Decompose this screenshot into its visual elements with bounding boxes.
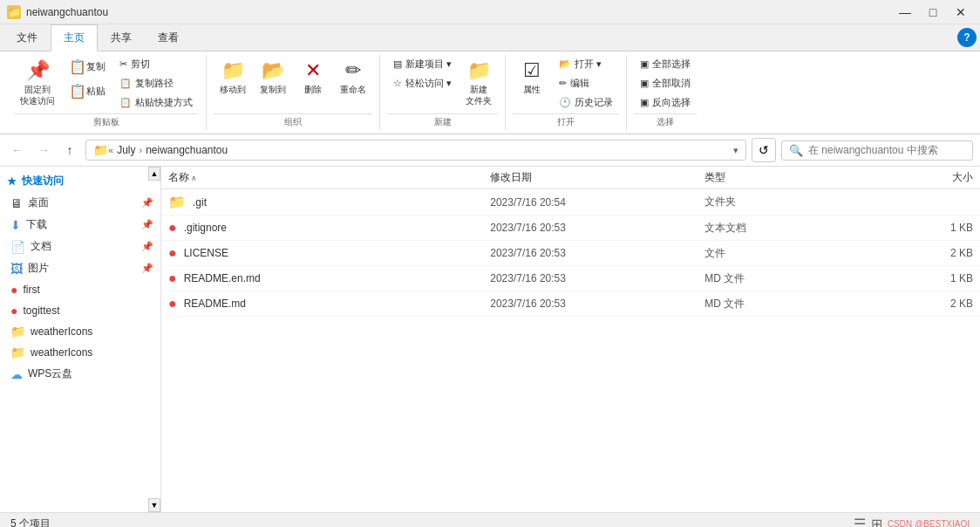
copy-to-button[interactable]: 📂 复制到 xyxy=(254,55,292,100)
delete-button[interactable]: ✕ 删除 xyxy=(294,55,332,100)
invert-selection-button[interactable]: ▣ 反向选择 xyxy=(634,93,697,112)
file-name-4: ● README.md xyxy=(168,296,490,311)
header-date[interactable]: 修改日期 xyxy=(490,170,704,185)
breadcrumb-double-arrow: « xyxy=(108,145,113,155)
header-name[interactable]: 名称 ∧ xyxy=(168,170,490,185)
sidebar-item-first[interactable]: ● first xyxy=(0,279,160,300)
cloud-icon: ☁ xyxy=(10,367,23,381)
properties-button[interactable]: ☑ 属性 xyxy=(513,55,551,100)
pictures-icon: 🖼 xyxy=(10,262,23,276)
file-date-0: 2023/7/16 20:54 xyxy=(490,196,704,209)
cut-button[interactable]: ✂ 剪切 xyxy=(113,55,199,73)
file-list: 名称 ∧ 修改日期 类型 大小 📁 .git 2023/7/16 20:54 文… xyxy=(161,167,980,512)
table-row[interactable]: ● README.md 2023/7/16 20:53 MD 文件 2 KB xyxy=(161,291,980,317)
sidebar-item-togittest[interactable]: ● togittest xyxy=(0,300,160,321)
forward-button[interactable]: → xyxy=(33,140,54,161)
tab-view[interactable]: 查看 xyxy=(145,24,192,51)
weathericons1-label: weatherIcons xyxy=(31,325,92,338)
new-items-col: ▤ 新建项目 ▾ ☆ 轻松访问 ▾ xyxy=(387,55,458,92)
select-all-button[interactable]: ▣ 全部选择 xyxy=(634,55,697,73)
invert-selection-label: 反向选择 xyxy=(652,96,691,109)
copy-button[interactable]: 📋 复制 xyxy=(63,55,112,79)
refresh-button[interactable]: ↺ xyxy=(752,138,776,162)
pictures-label: 图片 xyxy=(28,261,49,276)
sidebar-item-weathericons1[interactable]: 📁 weatherIcons xyxy=(0,321,160,342)
new-folder-button[interactable]: 📁 新建文件夹 xyxy=(459,55,498,111)
organize-group: 📁 移动到 📂 复制到 ✕ 删除 ✏ 重命名 组织 xyxy=(207,55,380,130)
search-input[interactable] xyxy=(808,144,965,156)
view-grid-button[interactable]: ⊞ xyxy=(871,516,882,527)
open-content: ☑ 属性 📂 打开 ▾ ✏ 编辑 🕐 历史记录 xyxy=(513,55,619,112)
tab-share[interactable]: 共享 xyxy=(98,24,145,51)
desktop-icon: 🖥 xyxy=(10,196,23,210)
breadcrumb-current[interactable]: neiwangchuantou xyxy=(146,144,228,156)
file-type-1: 文本文档 xyxy=(704,221,866,236)
copy-path-button[interactable]: 📋 复制路径 xyxy=(113,74,199,92)
cut-label: 剪切 xyxy=(131,58,150,71)
sidebar-scroll-down[interactable]: ▼ xyxy=(148,498,160,512)
sidebar-quickaccess-header[interactable]: ★ 快速访问 xyxy=(0,170,160,192)
breadcrumb-july[interactable]: July xyxy=(117,144,135,156)
new-group: ▤ 新建项目 ▾ ☆ 轻松访问 ▾ 📁 新建文件夹 新建 xyxy=(380,55,506,130)
open-button[interactable]: 📂 打开 ▾ xyxy=(553,55,619,73)
sidebar-item-desktop[interactable]: 🖥 桌面 📌 xyxy=(0,192,160,214)
up-button[interactable]: ↑ xyxy=(59,140,80,161)
deselect-all-button[interactable]: ▣ 全部取消 xyxy=(634,74,697,92)
sidebar-item-documents[interactable]: 📄 文档 📌 xyxy=(0,236,160,257)
edit-button[interactable]: ✏ 编辑 xyxy=(553,74,619,92)
file-type-3: MD 文件 xyxy=(704,271,866,286)
sidebar-item-downloads[interactable]: ⬇ 下载 📌 xyxy=(0,214,160,236)
copy-path-label: 复制路径 xyxy=(135,77,174,90)
sidebar-item-pictures[interactable]: 🖼 图片 📌 xyxy=(0,257,160,279)
back-button[interactable]: ← xyxy=(7,140,28,161)
first-label: first xyxy=(23,284,39,296)
table-row[interactable]: 📁 .git 2023/7/16 20:54 文件夹 xyxy=(161,189,980,216)
history-label: 历史记录 xyxy=(575,96,613,109)
search-bar[interactable]: 🔍 xyxy=(781,140,973,161)
maximize-button[interactable]: □ xyxy=(921,2,945,23)
close-button[interactable]: ✕ xyxy=(949,2,973,23)
move-to-button[interactable]: 📁 移动到 xyxy=(214,55,252,100)
paste-shortcut-button[interactable]: 📋 粘贴快捷方式 xyxy=(113,93,199,112)
history-button[interactable]: 🕐 历史记录 xyxy=(553,93,619,112)
rename-icon: ✏ xyxy=(345,59,361,82)
ribbon-tab-bar: 文件 主页 共享 查看 ? xyxy=(0,24,980,51)
table-row[interactable]: ● README.en.md 2023/7/16 20:53 MD 文件 1 K… xyxy=(161,266,980,291)
address-bar[interactable]: 📁 « July › neiwangchuantou ▾ xyxy=(85,140,746,161)
status-right: ☰ ⊞ CSDN @BESTXIAOI xyxy=(854,516,970,527)
easy-access-button[interactable]: ☆ 轻松访问 ▾ xyxy=(387,74,458,92)
copy-path-icon: 📋 xyxy=(119,78,132,89)
git-file-icon-4: ● xyxy=(168,296,177,311)
select-content: ▣ 全部选择 ▣ 全部取消 ▣ 反向选择 xyxy=(634,55,697,112)
clipboard-col: 📋 复制 📋 粘贴 xyxy=(63,55,112,103)
organize-content: 📁 移动到 📂 复制到 ✕ 删除 ✏ 重命名 xyxy=(214,55,372,112)
pin-label: 固定到快速访问 xyxy=(20,84,55,106)
new-item-button[interactable]: ▤ 新建项目 ▾ xyxy=(387,55,458,73)
sidebar-item-wpscloud[interactable]: ☁ WPS云盘 xyxy=(0,363,160,385)
header-type[interactable]: 类型 xyxy=(704,170,866,185)
properties-label: 属性 xyxy=(523,84,541,96)
view-details-button[interactable]: ☰ xyxy=(854,516,866,527)
paste-button[interactable]: 📋 粘贴 xyxy=(63,79,112,103)
sidebar-scroll-up[interactable]: ▲ xyxy=(148,167,160,181)
git-file-icon-3: ● xyxy=(168,270,177,286)
new-item-label: 新建项目 ▾ xyxy=(405,58,452,71)
table-row[interactable]: ● LICENSE 2023/7/16 20:53 文件 2 KB xyxy=(161,241,980,266)
easy-access-label: 轻松访问 ▾ xyxy=(405,77,452,90)
sidebar-item-weathericons2[interactable]: 📁 weatherIcons xyxy=(0,342,160,363)
file-size-1: 1 KB xyxy=(866,222,973,234)
downloads-icon: ⬇ xyxy=(10,218,21,232)
header-size[interactable]: 大小 xyxy=(866,170,973,185)
minimize-button[interactable]: — xyxy=(893,2,917,23)
file-size-4: 2 KB xyxy=(866,298,973,310)
tab-home[interactable]: 主页 xyxy=(51,24,98,51)
help-button[interactable]: ? xyxy=(957,28,977,47)
pin-to-quickaccess-button[interactable]: 📌 固定到快速访问 xyxy=(14,55,61,111)
rename-button[interactable]: ✏ 重命名 xyxy=(334,55,372,100)
file-date-4: 2023/7/16 20:53 xyxy=(490,298,704,310)
tab-file[interactable]: 文件 xyxy=(3,24,51,51)
properties-icon: ☑ xyxy=(523,59,541,82)
address-dropdown-icon[interactable]: ▾ xyxy=(733,145,738,156)
table-row[interactable]: ● .gitignore 2023/7/16 20:53 文本文档 1 KB xyxy=(161,216,980,241)
select-all-icon: ▣ xyxy=(640,58,649,70)
